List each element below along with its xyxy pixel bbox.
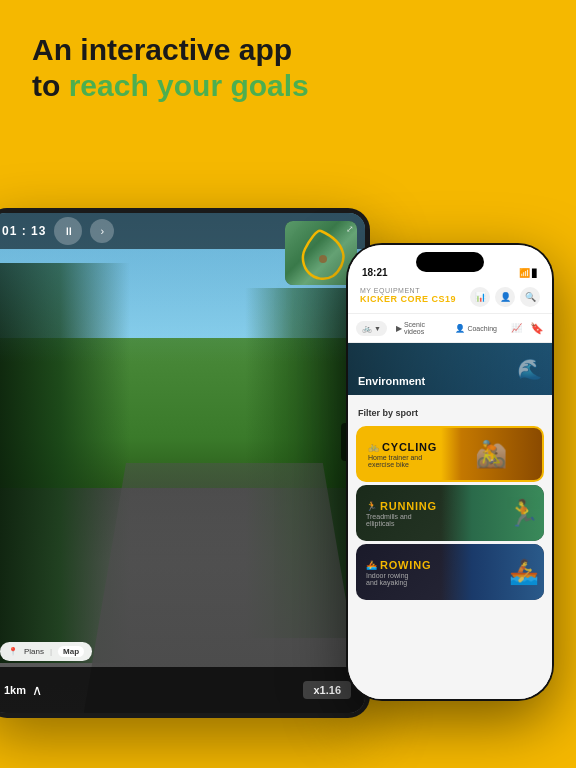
banner-figure: 🌊 (517, 357, 542, 381)
tab-bike[interactable]: 🚲 ▼ (356, 321, 387, 336)
bookmark-icon[interactable]: 🔖 (530, 322, 544, 335)
tab-stats[interactable]: 📈 (506, 320, 527, 336)
phone-header-row: My equipment KICKER CORE CS19 📊 👤 🔍 (360, 287, 540, 307)
running-desc2: ellipticals (366, 520, 437, 527)
running-scene: 🏃 (507, 485, 539, 541)
svg-point-0 (319, 255, 327, 263)
header-highlight: reach your goals (69, 69, 309, 102)
header-icons: 📊 👤 🔍 (470, 287, 540, 307)
rowing-content: 🚣 ROWING Indoor rowing and kayaking (366, 544, 431, 600)
tablet: 01 : 13 ⏸ › 29 km ⤢ 📍 Plans | (0, 208, 370, 718)
chart-icon-btn[interactable]: 📊 (470, 287, 490, 307)
rowing-scene: 🚣 (509, 544, 539, 600)
bottom-speed: x1.16 (303, 681, 351, 699)
coaching-label: Coaching (467, 325, 497, 332)
header-line2-prefix: to (32, 69, 69, 102)
expand-icon[interactable]: ⤢ (346, 224, 354, 234)
tablet-screen: 01 : 13 ⏸ › 29 km ⤢ 📍 Plans | (0, 213, 365, 713)
plans-item: 📍 (8, 647, 18, 656)
dynamic-island (416, 252, 484, 272)
equipment-name: KICKER CORE CS19 (360, 294, 456, 304)
filter-section: Filter by sport (348, 395, 552, 423)
running-icon: 🏃 (366, 501, 377, 511)
phone-tabs: 🚲 ▼ ▶ Scenic videos 👤 Coaching 📈 🔖 (348, 314, 552, 343)
battery-icon: ▊ (532, 269, 538, 278)
rowing-desc1: Indoor rowing (366, 572, 431, 579)
cycling-name: CYCLING (382, 441, 437, 453)
phone-content: 🌊 Environment Filter by sport 🚵 🚲 CYCLIN… (348, 343, 552, 699)
tablet-time: 01 : 13 (2, 224, 46, 238)
running-desc1: Treadmills and (366, 513, 437, 520)
equipment-label: My equipment (360, 287, 456, 294)
wifi-icon: 📶 (519, 268, 530, 278)
rowing-desc2: and kayaking (366, 579, 431, 586)
tab-scenic[interactable]: ▶ Scenic videos (390, 318, 446, 338)
devices-container: 01 : 13 ⏸ › 29 km ⤢ 📍 Plans | (0, 188, 576, 768)
sport-card-running[interactable]: 🏃 🏃 RUNNING Treadmills and ellipticals (356, 485, 544, 541)
bottom-km: 1km (4, 684, 26, 696)
bottom-km-group: 1km ∧ (4, 682, 42, 698)
cycling-desc2: exercise bike (368, 461, 437, 468)
header-line1: An interactive app (32, 32, 544, 68)
scenic-label: Scenic videos (404, 321, 440, 335)
phone: 18:21 📶 ▊ My equipment KICKER CORE CS19 … (346, 243, 554, 701)
plans-label: Plans (24, 647, 44, 656)
cycling-mountain-scene: 🚵 (441, 428, 542, 480)
tab-coaching[interactable]: 👤 Coaching (449, 321, 503, 336)
rowing-name: ROWING (380, 559, 431, 571)
status-time: 18:21 (362, 267, 388, 278)
sport-card-rowing[interactable]: 🚣 🚣 ROWING Indoor rowing and kayaking (356, 544, 544, 600)
filter-label: Filter by sport (358, 408, 418, 418)
cycling-icon: 🚲 (368, 442, 379, 452)
cycling-content: 🚲 CYCLING Home trainer and exercise bike (368, 428, 437, 480)
environment-banner: 🌊 Environment (348, 343, 552, 395)
phone-screen: 18:21 📶 ▊ My equipment KICKER CORE CS19 … (348, 245, 552, 699)
scenic-background (0, 213, 365, 713)
tablet-chevron-prev[interactable]: › (90, 219, 114, 243)
environment-label: Environment (358, 375, 425, 387)
header-line2: to reach your goals (32, 68, 544, 104)
tablet-bottom-bar: 1km ∧ x1.16 (0, 667, 365, 713)
user-icon-btn[interactable]: 👤 (495, 287, 515, 307)
status-icons: 📶 ▊ (519, 268, 538, 278)
chevron-up-icon[interactable]: ∧ (32, 682, 42, 698)
running-icon-name: 🏃 RUNNING (366, 500, 437, 512)
rowing-icon-name: 🚣 ROWING (366, 559, 431, 571)
search-icon-btn[interactable]: 🔍 (520, 287, 540, 307)
cycling-icon-name: 🚲 CYCLING (368, 441, 437, 453)
plans-bar[interactable]: 📍 Plans | Map (0, 642, 92, 661)
phone-header: My equipment KICKER CORE CS19 📊 👤 🔍 (348, 283, 552, 314)
map-label: Map (58, 646, 84, 657)
tablet-play-pause[interactable]: ⏸ (54, 217, 82, 245)
running-name: RUNNING (380, 500, 437, 512)
sport-card-cycling[interactable]: 🚵 🚲 CYCLING Home trainer and exercise bi… (356, 426, 544, 482)
cycling-desc1: Home trainer and (368, 454, 437, 461)
header-section: An interactive app to reach your goals (0, 0, 576, 120)
plans-separator: | (50, 647, 52, 656)
running-content: 🏃 RUNNING Treadmills and ellipticals (366, 485, 437, 541)
rowing-icon: 🚣 (366, 560, 377, 570)
